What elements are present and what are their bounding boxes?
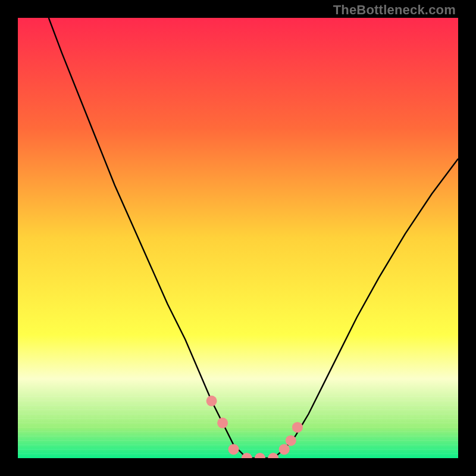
bottleneck-chart bbox=[18, 18, 458, 458]
chart-frame bbox=[18, 18, 458, 458]
svg-point-21 bbox=[286, 435, 296, 446]
svg-point-16 bbox=[228, 444, 239, 455]
svg-point-14 bbox=[206, 396, 217, 406]
gradient-background bbox=[18, 18, 458, 458]
watermark-text: TheBottleneck.com bbox=[333, 2, 456, 18]
svg-point-15 bbox=[217, 418, 228, 428]
svg-point-20 bbox=[279, 444, 290, 455]
svg-point-22 bbox=[292, 422, 303, 433]
